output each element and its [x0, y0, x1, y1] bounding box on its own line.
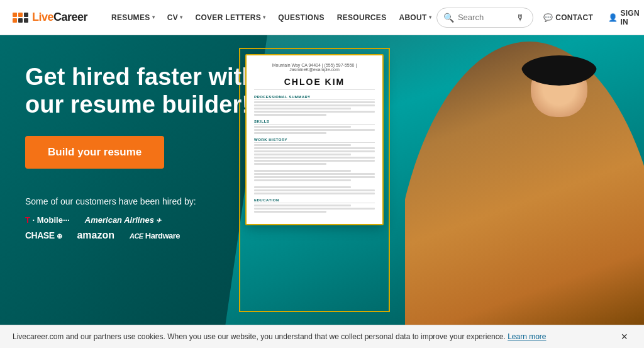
search-icon: 🔍	[443, 13, 454, 23]
dot6	[24, 18, 28, 23]
logo[interactable]: LiveCareer	[13, 11, 87, 24]
hired-by-text: Some of our customers have been hired by…	[25, 196, 264, 206]
nav-links: RESUMES ▾ CV ▾ COVER LETTERS ▾ QUESTIONS…	[106, 11, 436, 25]
nav-cv[interactable]: CV ▾	[162, 11, 188, 25]
hero-person-image	[405, 35, 644, 325]
logo-dots	[13, 13, 28, 23]
chevron-down-icon: ▾	[180, 14, 182, 20]
search-box[interactable]: 🔍 🎙	[436, 8, 533, 28]
person-body	[405, 42, 644, 325]
chat-icon: 💬	[543, 13, 553, 22]
dot2	[18, 13, 23, 17]
resume-section-title: EDUCATION	[254, 198, 375, 203]
cookie-text: Livecareer.com and our partners use cook…	[13, 332, 617, 341]
microphone-button[interactable]: 🎙	[515, 13, 526, 23]
navbar: LiveCareer RESUMES ▾ CV ▾ COVER LETTERS …	[0, 0, 644, 35]
cookie-banner: Livecareer.com and our partners use cook…	[0, 325, 644, 348]
search-input[interactable]	[458, 13, 511, 22]
cookie-close-button[interactable]: ×	[617, 330, 631, 344]
brand-tmobile: T · Mobile···	[25, 215, 70, 225]
brand-american-airlines: American Airlines ✈	[85, 215, 162, 225]
resume-section-title: PROFESSIONAL SUMMARY	[254, 95, 375, 100]
resume-section-skills: SKILLS	[254, 120, 375, 134]
dot3	[24, 13, 28, 17]
build-resume-button[interactable]: Build your resume	[25, 136, 164, 169]
chevron-down-icon: ▾	[429, 14, 431, 20]
resume-section-work: WORK HISTORY	[254, 138, 375, 194]
brand-amazon: amazon	[77, 230, 114, 241]
hero-section: Mountain Way CA 94404 | (555) 597-5550 |…	[0, 35, 644, 325]
nav-cover-letters[interactable]: COVER LETTERS ▾	[190, 11, 270, 25]
chevron-down-icon: ▾	[263, 14, 265, 20]
resume-section-title: SKILLS	[254, 120, 375, 125]
chevron-down-icon: ▾	[152, 14, 155, 20]
brand-row-2: CHASE ⊕ amazon ACE Hardware	[25, 230, 264, 241]
logo-text: LiveCareer	[32, 11, 87, 24]
brand-ace: ACE Hardware	[130, 231, 180, 240]
user-icon: 👤	[608, 13, 618, 22]
logo-career: Career	[53, 11, 87, 23]
nav-about[interactable]: ABOUT ▾	[394, 11, 436, 25]
resume-name: CHLOE KIM	[254, 77, 375, 90]
resume-section-summary: PROFESSIONAL SUMMARY	[254, 95, 375, 116]
dot1	[13, 13, 17, 17]
dot4	[13, 18, 17, 23]
brand-logos: T · Mobile··· American Airlines ✈ CHASE …	[25, 215, 264, 241]
brand-row-1: T · Mobile··· American Airlines ✈	[25, 215, 264, 225]
hero-title: Get hired faster with our resume builder…	[25, 64, 264, 118]
hired-by-section: Some of our customers have been hired by…	[25, 196, 264, 241]
resume-section-education: EDUCATION	[254, 198, 375, 213]
nav-resources[interactable]: RESOURCES	[332, 11, 392, 25]
resume-card: Mountain Way CA 94404 | (555) 597-5550 |…	[245, 54, 384, 225]
cookie-learn-more-link[interactable]: Learn more	[508, 332, 546, 341]
logo-live: Live	[32, 11, 53, 23]
resume-section-title: WORK HISTORY	[254, 138, 375, 143]
nav-resumes[interactable]: RESUMES ▾	[106, 11, 160, 25]
nav-right: 🔍 🎙 💬 CONTACT 👤 SIGN IN	[436, 6, 644, 29]
dot5	[18, 18, 23, 23]
brand-chase: CHASE ⊕	[25, 230, 62, 240]
nav-questions[interactable]: QUESTIONS	[273, 11, 329, 25]
hero-left: Get hired faster with our resume builder…	[25, 64, 264, 241]
resume-contact: Mountain Way CA 94404 | (555) 597-5550 |…	[254, 63, 375, 72]
contact-button[interactable]: 💬 CONTACT	[538, 11, 598, 25]
signin-button[interactable]: 👤 SIGN IN	[603, 6, 644, 29]
